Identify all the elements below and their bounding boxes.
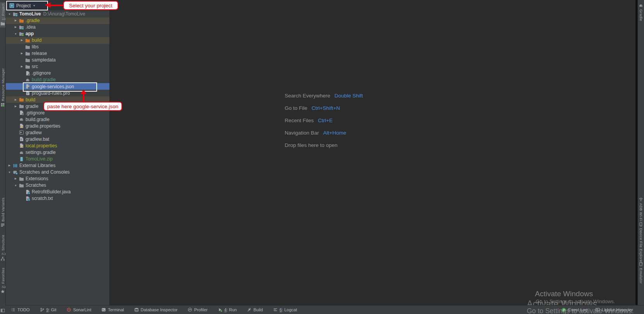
tree-item-proguard-rules-pro[interactable]: proguard-rules.pro	[5, 90, 109, 96]
tool-tab-label: Device File Explorer	[639, 228, 643, 263]
tree-item-scratches-and-consoles[interactable]: ▼Scratches and Consoles	[5, 169, 109, 176]
status-item-4-run[interactable]: 4: Run	[218, 307, 237, 312]
status-item-9-git[interactable]: 9: Git	[40, 307, 56, 312]
tree-item-tomolive-zip[interactable]: TomoLive.zip	[5, 156, 109, 162]
tree-item-sampledata[interactable]: sampledata	[5, 57, 109, 63]
annotation-arrow-line	[83, 94, 84, 102]
tree-item-label: Extensions	[26, 176, 48, 181]
folder-icon	[24, 58, 31, 63]
tree-item-app[interactable]: ▼app	[5, 31, 109, 37]
tree-collapsed-arrow-icon[interactable]: ▶	[13, 98, 18, 101]
shortcut-keys: Double Shift	[335, 92, 363, 99]
profiler-icon	[188, 307, 192, 312]
tree-expanded-arrow-icon[interactable]: ▼	[7, 13, 12, 15]
tree-item-tomolive[interactable]: ▼TomoLiveD:\Anurag\TomoLive	[5, 11, 109, 17]
tree-expanded-arrow-icon[interactable]: ▼	[7, 171, 12, 174]
tool-tab-adb-wi-fi[interactable]: ADB Wi-Fi	[638, 196, 644, 222]
tree-item-settings-gradle[interactable]: settings.gradle	[5, 149, 109, 155]
favorites-star-icon	[0, 289, 5, 294]
tree-item-gitignore[interactable]: .gitignore	[5, 70, 109, 77]
tree-item-src[interactable]: ▶src	[5, 63, 109, 70]
tree-item-gradle[interactable]: ▶.gradle	[5, 17, 109, 24]
tool-tab-7-structure[interactable]: 7: Structure	[0, 234, 5, 263]
tree-expanded-arrow-icon[interactable]: ▼	[13, 184, 18, 187]
tree-collapsed-arrow-icon[interactable]: ▶	[19, 52, 24, 55]
tree-collapsed-arrow-icon[interactable]: ▶	[13, 177, 18, 180]
tree-item-libs[interactable]: libs	[5, 44, 109, 50]
tree-collapsed-arrow-icon[interactable]: ▶	[19, 39, 24, 42]
folder-icon	[24, 44, 31, 49]
status-item-todo[interactable]: TODO	[11, 307, 30, 312]
status-item-build[interactable]: Build	[247, 307, 263, 312]
tree-item-build-gradle[interactable]: build.gradle	[5, 116, 109, 123]
libraries-icon	[12, 163, 18, 168]
tool-tab-resource-manager[interactable]: Resource Manager	[0, 67, 5, 109]
status-item-label: Database Inspector	[141, 307, 178, 312]
tree-item-extensions[interactable]: ▶Extensions	[5, 176, 109, 182]
tool-tab-build-variants[interactable]: Build Variants	[0, 196, 5, 229]
tool-tab-1-project[interactable]: 1: Project	[0, 2, 5, 27]
tool-tab-emulator[interactable]: Emulator	[638, 261, 644, 285]
status-item-label: SonarLint	[73, 307, 91, 312]
tree-item-label: gradle	[26, 104, 38, 109]
tree-collapsed-arrow-icon[interactable]: ▶	[13, 26, 18, 29]
tree-item-label: build	[32, 38, 41, 43]
structure-icon	[0, 256, 5, 261]
tool-tab-gradle[interactable]: Gradle	[638, 2, 644, 22]
tool-tab-label: 2: Favorites	[1, 268, 5, 288]
shortcut-label: Recent Files	[285, 117, 314, 124]
tree-item-retrofitbuilder-java[interactable]: RetrofitBuilder.java	[5, 189, 109, 195]
tool-tab-label: Gradle	[639, 9, 643, 21]
tree-collapsed-arrow-icon[interactable]: ▶	[7, 164, 12, 167]
tree-item-gradlew[interactable]: gradlew	[5, 129, 109, 136]
tree-item-google-services-json[interactable]: google-services.json	[5, 83, 109, 90]
status-item-profiler[interactable]: Profiler	[188, 307, 208, 312]
tree-item-idea[interactable]: ▶.idea	[5, 24, 109, 31]
status-item-event-log[interactable]: 2Event Log	[561, 307, 588, 312]
status-item-layout-inspector[interactable]: Layout Inspector	[595, 307, 633, 312]
tree-item-build-gradle[interactable]: build.gradle	[5, 77, 109, 83]
tree-item-label: Scratches and Consoles	[19, 169, 70, 175]
tool-tab-2-favorites[interactable]: 2: Favorites	[0, 266, 5, 295]
shortcut-keys: Ctrl+E	[318, 117, 333, 124]
status-item-label: 9: Git	[46, 307, 56, 312]
project-tab-icon	[0, 21, 5, 26]
layout-inspector-icon	[595, 307, 600, 312]
tree-item-build[interactable]: ▶build	[5, 37, 109, 44]
status-item-label: TODO	[17, 307, 30, 312]
tool-tab-label: 1: Project	[1, 3, 5, 20]
tool-tab-label: Build Variants	[1, 198, 5, 222]
shortcut-keys: Ctrl+Shift+N	[312, 105, 340, 112]
status-item-terminal[interactable]: Terminal	[101, 307, 124, 312]
tree-item-gradle-properties[interactable]: gradle.properties	[5, 123, 109, 129]
status-item-6-logcat[interactable]: 6: Logcat	[273, 307, 297, 312]
project-view-dropdown[interactable]: Project ▾	[6, 1, 48, 10]
tree-item-label: libs	[32, 44, 39, 49]
tool-window-switcher-icon[interactable]	[0, 308, 5, 313]
tree-item-label: gradlew	[26, 130, 42, 135]
tree-collapsed-arrow-icon[interactable]: ▶	[13, 19, 18, 22]
tree-item-local-properties[interactable]: local.properties	[5, 142, 109, 149]
tree-item-gradlew-bat[interactable]: gradlew.bat	[5, 136, 109, 142]
tool-tab-device-file-explorer[interactable]: Device File Explorer	[638, 221, 644, 265]
tree-item-external-libraries[interactable]: ▶External Libraries	[5, 162, 109, 169]
status-item-sonarlint[interactable]: SonarLint	[67, 307, 91, 312]
annotation-arrow-line	[51, 5, 63, 6]
excluded-folder-icon	[18, 97, 24, 102]
tree-item-scratch-txt[interactable]: scratch.txt	[5, 195, 109, 202]
tree-item-scratches[interactable]: ▼Scratches	[5, 182, 109, 189]
tree-item-label: sampledata	[32, 57, 56, 63]
module-folder-icon	[18, 31, 24, 36]
tree-collapsed-arrow-icon[interactable]: ▶	[19, 65, 24, 68]
status-item-label: Event Log	[568, 307, 588, 312]
status-item-label: 6: Logcat	[280, 307, 297, 312]
properties-file-icon	[18, 123, 24, 128]
status-item-database-inspector[interactable]: Database Inspector	[134, 307, 178, 312]
tool-tab-label: Resource Manager	[1, 68, 5, 101]
project-view-label: Project	[16, 3, 31, 9]
tree-collapsed-arrow-icon[interactable]: ▶	[13, 105, 18, 108]
tree-expanded-arrow-icon[interactable]: ▼	[13, 32, 18, 35]
tree-item-release[interactable]: ▶release	[5, 50, 109, 57]
tree-item-label: src	[32, 64, 38, 69]
scratches-icon	[12, 170, 18, 175]
